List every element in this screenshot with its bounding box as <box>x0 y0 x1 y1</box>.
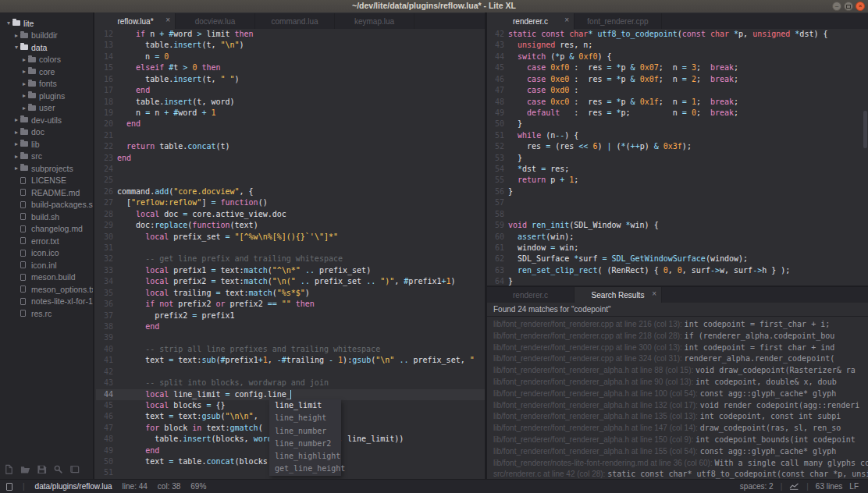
tree-item-build-sh[interactable]: build.sh <box>0 211 93 223</box>
tree-item-icon-inl[interactable]: icon.inl <box>0 259 93 271</box>
search-result-row[interactable]: src/renderer.c at line 42 (col 28): stat… <box>493 467 868 479</box>
code-line-45[interactable]: 45 case 0xf0 : res = *p & 0x07; n = 3; b… <box>487 62 868 73</box>
code-line-43[interactable]: 43 unsigned res, n; <box>487 40 868 51</box>
tree-item-meson-options-txt[interactable]: meson_options.txt <box>0 283 93 296</box>
search-result-row[interactable]: lib/font_renderer/font_renderer_alpha.h … <box>493 375 868 387</box>
search-result-row[interactable]: lib/font_renderer/notes-lite-font-render… <box>493 456 868 468</box>
code-line-23[interactable]: 23end <box>96 153 485 164</box>
close-button[interactable]: × <box>856 2 865 11</box>
tree-item-lib[interactable]: ▸lib <box>0 138 93 151</box>
tab-reflow-lua[interactable]: reflow.lua*× <box>96 13 176 29</box>
code-line-31[interactable]: 31 <box>96 243 485 254</box>
tree-item-notes-lite-xl-for-1-16[interactable]: notes-lite-xl-for-1.16 <box>0 296 93 308</box>
code-line-25[interactable]: 25 <box>96 175 485 186</box>
code-line-34[interactable]: 34 local prefix2 = text:match("\n(" .. p… <box>96 276 485 287</box>
code-line-52[interactable]: 52 res = (res << 6) | (*(++p) & 0x3f); <box>487 141 868 152</box>
tree-item-user[interactable]: ▸user <box>0 102 93 115</box>
search-icon[interactable] <box>53 464 63 474</box>
autocomplete-item-line-limit[interactable]: line_limit <box>269 399 341 412</box>
search-result-row[interactable]: lib/font_renderer/font_renderer_alpha.h … <box>493 387 868 399</box>
autocomplete-item-line-highlight[interactable]: line_highlight <box>269 450 341 463</box>
tab-search-results[interactable]: Search Results× <box>575 287 662 303</box>
code-line-42[interactable]: 42 <box>96 367 485 378</box>
code-line-59[interactable]: 59void ren_init(SDL_Window *win) { <box>487 220 868 231</box>
code-line-54[interactable]: 54 *dst = res; <box>487 164 868 175</box>
search-result-row[interactable]: lib/font_renderer/font_renderer.cpp at l… <box>493 329 868 341</box>
titlebar[interactable]: ~/dev/lite/data/plugins/reflow.lua* - Li… <box>0 0 868 13</box>
tab-close-icon[interactable]: × <box>165 16 170 24</box>
tree-item-builddir[interactable]: ▸builddir <box>0 30 93 42</box>
search-result-row[interactable]: lib/font_renderer/font_renderer_alpha.h … <box>493 399 868 410</box>
tree-item-lite[interactable]: ▾lite <box>0 17 93 30</box>
code-line-30[interactable]: 30 local prefix_set = "[^%w\n%[%](){}`'\… <box>96 232 485 243</box>
code-line-13[interactable]: 13 table.insert(t, "\n") <box>96 40 485 51</box>
tree-item-dev-utils[interactable]: ▸dev-utils <box>0 114 93 126</box>
code-line-37[interactable]: 37 prefix2 = prefix1 <box>96 310 485 321</box>
right-code-area[interactable]: 42static const char* utf8_to_codepoint(c… <box>487 29 868 286</box>
code-line-44[interactable]: 44 switch (*p & 0xf0) { <box>487 51 868 62</box>
tree-item-changelog-md[interactable]: changelog.md <box>0 223 93 236</box>
right-editor-scrollbar[interactable] <box>863 111 867 148</box>
new-file-icon[interactable] <box>4 464 14 474</box>
tab-command-lua[interactable]: command.lua <box>255 13 335 29</box>
search-result-row[interactable]: lib/font_renderer/font_renderer_alpha.h … <box>493 433 868 445</box>
code-line-47[interactable]: 47 case 0xd0 : <box>487 85 868 96</box>
tab-close-icon[interactable]: × <box>564 16 569 24</box>
code-line-35[interactable]: 35 local trailing = text:match("%s*$") <box>96 288 485 299</box>
save-icon[interactable] <box>37 464 47 474</box>
tree-item-build-packages-sh[interactable]: build-packages.sh <box>0 199 93 211</box>
code-line-41[interactable]: 41 text = text:sub(#prefix1+1, -#trailin… <box>96 355 485 366</box>
tree-item-fonts[interactable]: ▸fonts <box>0 78 93 90</box>
search-result-row[interactable]: lib/font_renderer/font_renderer.cpp at l… <box>493 317 868 329</box>
tree-item-plugins[interactable]: ▸plugins <box>0 90 93 102</box>
code-line-49[interactable]: 49 default : res = *p; n = 0; break; <box>487 108 868 119</box>
tab-docview-lua[interactable]: docview.lua <box>176 13 255 29</box>
tree-item-src[interactable]: ▸src <box>0 151 93 163</box>
autocomplete-item-get-line-height[interactable]: get_line_height <box>269 463 341 475</box>
code-line-50[interactable]: 50 } <box>487 119 868 129</box>
code-line-58[interactable]: 58 <box>487 209 868 220</box>
code-line-43[interactable]: 43 -- split into blocks, wordwrap and jo… <box>96 378 485 388</box>
code-line-57[interactable]: 57 <box>487 197 868 208</box>
code-line-28[interactable]: 28 local doc = core.active_view.doc <box>96 209 485 220</box>
code-line-21[interactable]: 21 <box>96 130 485 141</box>
code-line-62[interactable]: 62 SDL_Surface *surf = SDL_GetWindowSurf… <box>487 254 868 264</box>
code-line-19[interactable]: 19 n = n + #word + 1 <box>96 108 485 119</box>
code-line-29[interactable]: 29 doc:replace(function(text) <box>96 220 485 231</box>
autocomplete-item-line-number[interactable]: line_number <box>269 425 341 438</box>
search-result-row[interactable]: lib/font_renderer/font_renderer.cpp at l… <box>493 352 868 364</box>
code-line-63[interactable]: 63 ren_set_clip_rect( (RenRect) { 0, 0, … <box>487 265 868 276</box>
autocomplete-item-line-number2[interactable]: line_number2 <box>269 438 341 450</box>
code-line-24[interactable]: 24 <box>96 164 485 175</box>
tree-item-data[interactable]: ▾data <box>0 41 93 54</box>
code-line-22[interactable]: 22 return table.concat(t) <box>96 141 485 152</box>
code-line-60[interactable]: 60 assert(win); <box>487 232 868 243</box>
code-line-26[interactable]: 26command.add("core.docview", { <box>96 186 485 197</box>
code-line-40[interactable]: 40 -- strip all line prefixes and traili… <box>96 344 485 355</box>
tree-item-license[interactable]: LICENSE <box>0 175 93 187</box>
tree-item-doc[interactable]: ▸doc <box>0 126 93 139</box>
search-result-row[interactable]: lib/font_renderer/font_renderer_alpha.h … <box>493 421 868 433</box>
code-line-33[interactable]: 33 local prefix1 = text:match("^\n*" .. … <box>96 265 485 276</box>
tab-renderer-c[interactable]: renderer.c× <box>487 13 575 29</box>
open-folder-icon[interactable] <box>20 464 30 474</box>
code-line-16[interactable]: 16 table.insert(t, " ") <box>96 74 485 85</box>
tree-item-core[interactable]: ▸core <box>0 66 93 78</box>
tree-item-subprojects[interactable]: ▸subprojects <box>0 162 93 175</box>
code-line-32[interactable]: 32 -- get line prefix and trailing white… <box>96 254 485 264</box>
code-line-18[interactable]: 18 table.insert(t, word) <box>96 97 485 108</box>
code-line-38[interactable]: 38 end <box>96 321 485 332</box>
tab-keymap-lua[interactable]: keymap.lua <box>335 13 414 29</box>
search-result-row[interactable]: lib/font_renderer/font_renderer_alpha.h … <box>493 445 868 456</box>
code-line-14[interactable]: 14 n = 0 <box>96 51 485 62</box>
tree-item-meson-build[interactable]: meson.build <box>0 271 93 284</box>
code-line-46[interactable]: 46 case 0xe0 : res = *p & 0x0f; n = 2; b… <box>487 74 868 85</box>
search-result-row[interactable]: lib/font_renderer/font_renderer_alpha.h … <box>493 364 868 375</box>
code-line-53[interactable]: 53 } <box>487 153 868 164</box>
code-line-36[interactable]: 36 if not prefix2 or prefix2 == "" then <box>96 299 485 310</box>
code-line-17[interactable]: 17 end <box>96 85 485 96</box>
minimize-button[interactable]: – <box>832 2 841 11</box>
code-line-20[interactable]: 20 end <box>96 119 485 129</box>
code-line-55[interactable]: 55 return p + 1; <box>487 175 868 186</box>
search-result-row[interactable]: lib/font_renderer/font_renderer.cpp at l… <box>493 341 868 353</box>
